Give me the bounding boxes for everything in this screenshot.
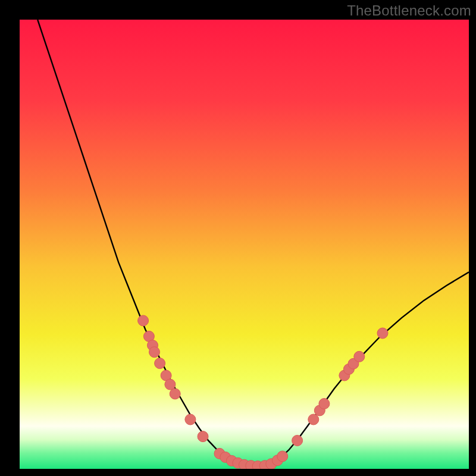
curve-marker <box>319 399 330 409</box>
curve-marker <box>277 451 288 462</box>
curve-marker <box>165 379 176 390</box>
curve-marker <box>292 435 303 446</box>
plot-area <box>20 20 469 469</box>
watermark-text: TheBottleneck.com <box>347 2 471 19</box>
curve-markers <box>138 315 388 469</box>
curve-marker <box>138 315 149 326</box>
curve-marker <box>149 347 160 358</box>
curve-marker <box>354 351 365 362</box>
curve-marker <box>185 414 196 425</box>
curve-marker <box>308 414 319 425</box>
curve-marker <box>198 431 208 442</box>
outer-frame: TheBottleneck.com <box>0 0 476 476</box>
curve-marker <box>155 358 165 369</box>
curve-marker <box>377 328 388 339</box>
curve-marker <box>170 389 180 399</box>
bottleneck-curve <box>37 20 469 466</box>
chart-svg <box>20 20 469 469</box>
